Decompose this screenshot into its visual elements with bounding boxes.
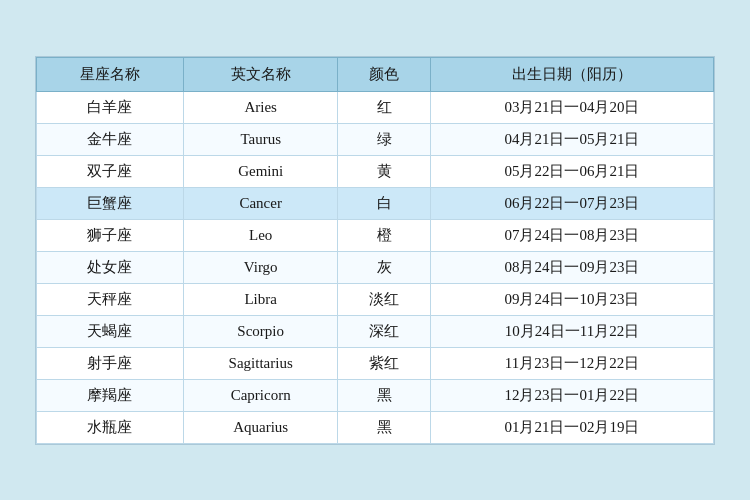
cell-color: 紫红 (338, 347, 431, 379)
cell-date: 09月24日一10月23日 (430, 283, 713, 315)
header-zh: 星座名称 (37, 57, 184, 91)
cell-en: Aries (183, 91, 338, 123)
cell-zh: 天蝎座 (37, 315, 184, 347)
table-row: 金牛座Taurus绿04月21日一05月21日 (37, 123, 714, 155)
cell-date: 12月23日一01月22日 (430, 379, 713, 411)
table-row: 白羊座Aries红03月21日一04月20日 (37, 91, 714, 123)
cell-color: 黑 (338, 379, 431, 411)
cell-color: 深红 (338, 315, 431, 347)
cell-date: 08月24日一09月23日 (430, 251, 713, 283)
header-date: 出生日期（阳历） (430, 57, 713, 91)
cell-color: 红 (338, 91, 431, 123)
cell-date: 05月22日一06月21日 (430, 155, 713, 187)
cell-color: 橙 (338, 219, 431, 251)
table-row: 处女座Virgo灰08月24日一09月23日 (37, 251, 714, 283)
cell-en: Cancer (183, 187, 338, 219)
cell-date: 07月24日一08月23日 (430, 219, 713, 251)
header-color: 颜色 (338, 57, 431, 91)
table-body: 白羊座Aries红03月21日一04月20日金牛座Taurus绿04月21日一0… (37, 91, 714, 443)
cell-en: Capricorn (183, 379, 338, 411)
cell-en: Taurus (183, 123, 338, 155)
cell-color: 淡红 (338, 283, 431, 315)
table-row: 天秤座Libra淡红09月24日一10月23日 (37, 283, 714, 315)
cell-date: 10月24日一11月22日 (430, 315, 713, 347)
cell-zh: 摩羯座 (37, 379, 184, 411)
table-row: 天蝎座Scorpio深红10月24日一11月22日 (37, 315, 714, 347)
cell-date: 06月22日一07月23日 (430, 187, 713, 219)
cell-en: Leo (183, 219, 338, 251)
table-row: 摩羯座Capricorn黑12月23日一01月22日 (37, 379, 714, 411)
header-en: 英文名称 (183, 57, 338, 91)
table-row: 水瓶座Aquarius黑01月21日一02月19日 (37, 411, 714, 443)
zodiac-table-container: 星座名称 英文名称 颜色 出生日期（阳历） 白羊座Aries红03月21日一04… (35, 56, 715, 445)
cell-color: 绿 (338, 123, 431, 155)
cell-date: 01月21日一02月19日 (430, 411, 713, 443)
cell-en: Libra (183, 283, 338, 315)
cell-zh: 白羊座 (37, 91, 184, 123)
cell-en: Virgo (183, 251, 338, 283)
table-row: 双子座Gemini黄05月22日一06月21日 (37, 155, 714, 187)
cell-zh: 双子座 (37, 155, 184, 187)
table-row: 狮子座Leo橙07月24日一08月23日 (37, 219, 714, 251)
table-row: 巨蟹座Cancer白06月22日一07月23日 (37, 187, 714, 219)
cell-zh: 处女座 (37, 251, 184, 283)
cell-zh: 狮子座 (37, 219, 184, 251)
cell-date: 04月21日一05月21日 (430, 123, 713, 155)
cell-color: 白 (338, 187, 431, 219)
cell-zh: 巨蟹座 (37, 187, 184, 219)
cell-color: 黄 (338, 155, 431, 187)
cell-zh: 水瓶座 (37, 411, 184, 443)
zodiac-table: 星座名称 英文名称 颜色 出生日期（阳历） 白羊座Aries红03月21日一04… (36, 57, 714, 444)
cell-en: Scorpio (183, 315, 338, 347)
table-row: 射手座Sagittarius紫红11月23日一12月22日 (37, 347, 714, 379)
table-header-row: 星座名称 英文名称 颜色 出生日期（阳历） (37, 57, 714, 91)
cell-en: Aquarius (183, 411, 338, 443)
cell-zh: 金牛座 (37, 123, 184, 155)
cell-zh: 射手座 (37, 347, 184, 379)
cell-en: Sagittarius (183, 347, 338, 379)
cell-color: 灰 (338, 251, 431, 283)
cell-date: 03月21日一04月20日 (430, 91, 713, 123)
cell-color: 黑 (338, 411, 431, 443)
cell-en: Gemini (183, 155, 338, 187)
cell-date: 11月23日一12月22日 (430, 347, 713, 379)
cell-zh: 天秤座 (37, 283, 184, 315)
